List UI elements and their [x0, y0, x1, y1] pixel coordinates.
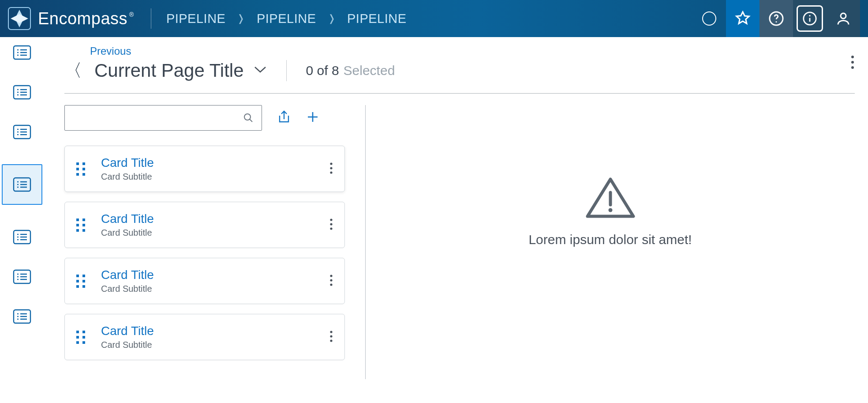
card-overflow-button[interactable] [329, 218, 333, 232]
page-title: Current Page Title [94, 60, 244, 81]
svg-point-73 [330, 279, 332, 281]
svg-point-66 [330, 162, 332, 165]
list-icon [13, 124, 31, 139]
help-button[interactable] [760, 0, 793, 37]
svg-point-76 [330, 335, 332, 337]
title-dropdown-button[interactable] [254, 66, 267, 75]
kebab-icon [329, 218, 333, 230]
svg-point-67 [330, 167, 332, 169]
list-item[interactable]: Card Title Card Subtitle [64, 258, 345, 304]
svg-point-69 [330, 218, 332, 221]
status-circle-button[interactable] [692, 0, 726, 37]
drag-handle-icon[interactable] [76, 218, 86, 232]
breadcrumb-item[interactable]: PIPELINE [347, 11, 407, 26]
star-icon [735, 11, 751, 26]
card-overflow-button[interactable] [329, 162, 333, 176]
list-item[interactable]: Card Title Card Subtitle [64, 314, 345, 360]
drag-handle-icon[interactable] [76, 275, 86, 288]
info-icon [802, 11, 817, 26]
user-icon [835, 11, 851, 26]
product-logo: Encompass ® [8, 7, 134, 30]
svg-point-3 [703, 12, 716, 25]
breadcrumb: PIPELINE ❭ PIPELINE ❭ PIPELINE [166, 11, 407, 26]
svg-point-7 [809, 15, 810, 16]
svg-marker-2 [11, 14, 28, 23]
product-name-text: Encompass [38, 9, 127, 28]
card-overflow-button[interactable] [329, 330, 333, 344]
breadcrumb-item[interactable]: PIPELINE [257, 11, 316, 26]
list-icon [13, 269, 31, 284]
search-input[interactable] [73, 112, 243, 124]
search-box[interactable] [64, 105, 262, 131]
user-button[interactable] [827, 0, 860, 37]
rail-item-1[interactable] [13, 45, 31, 60]
left-rail [0, 37, 44, 403]
list-icon [13, 45, 31, 60]
divider [151, 8, 151, 29]
chevron-right-icon: ❭ [328, 13, 336, 24]
kebab-icon [329, 330, 333, 343]
breadcrumb-item[interactable]: PIPELINE [166, 11, 226, 26]
card-title: Card Title [101, 156, 154, 170]
selection-count: 0 of 8Selected [306, 63, 395, 78]
svg-point-9 [841, 13, 846, 19]
chevron-down-icon [254, 66, 267, 74]
svg-point-71 [330, 227, 332, 230]
count-value: 0 of 8 [306, 63, 339, 78]
rail-item-5[interactable] [13, 230, 31, 245]
info-button[interactable] [793, 0, 827, 37]
page-overflow-button[interactable] [850, 55, 855, 72]
kebab-icon [850, 55, 855, 70]
export-icon [277, 109, 291, 124]
rail-item-4-active[interactable] [2, 164, 42, 205]
rail-item-2[interactable] [13, 85, 31, 100]
card-overflow-button[interactable] [329, 274, 333, 288]
logo-mark-icon [8, 7, 31, 30]
drag-handle-icon[interactable] [76, 162, 86, 176]
svg-point-60 [851, 61, 854, 64]
back-chevron-icon[interactable]: 〈 [64, 58, 82, 83]
svg-point-61 [851, 66, 854, 69]
list-icon [13, 177, 31, 192]
topbar-actions [692, 0, 860, 37]
card-title: Card Title [101, 268, 154, 282]
svg-point-59 [851, 56, 854, 58]
rail-item-7[interactable] [13, 309, 31, 324]
divider [64, 93, 855, 94]
svg-point-70 [330, 223, 332, 225]
warning-icon [584, 176, 637, 220]
search-icon [243, 113, 254, 123]
card-title: Card Title [101, 212, 154, 226]
add-button[interactable] [306, 110, 319, 125]
svg-point-77 [330, 339, 332, 342]
list-item[interactable]: Card Title Card Subtitle [64, 202, 345, 248]
svg-point-5 [776, 21, 777, 23]
empty-state-message: Lorem ipsum dolor sit amet! [528, 232, 692, 247]
svg-line-63 [250, 119, 252, 122]
title-row: 〈 Current Page Title 0 of 8Selected [64, 58, 855, 83]
list-item[interactable]: Card Title Card Subtitle [64, 146, 345, 192]
card-subtitle: Card Subtitle [101, 284, 154, 294]
list-icon [13, 230, 31, 245]
rail-item-3[interactable] [13, 124, 31, 139]
list-toolbar [64, 105, 345, 131]
list-icon [13, 309, 31, 324]
svg-point-68 [330, 171, 332, 173]
previous-link[interactable]: Previous [90, 45, 855, 57]
count-label: Selected [344, 63, 395, 78]
svg-point-75 [330, 331, 332, 333]
list-icon [13, 85, 31, 100]
svg-point-72 [330, 275, 332, 277]
card-subtitle: Card Subtitle [101, 172, 154, 182]
card-title: Card Title [101, 324, 154, 338]
rail-item-6[interactable] [13, 269, 31, 284]
kebab-icon [329, 162, 333, 174]
drag-handle-icon[interactable] [76, 331, 86, 344]
svg-point-62 [244, 114, 251, 120]
favorite-button[interactable] [726, 0, 760, 37]
help-icon [768, 11, 784, 26]
kebab-icon [329, 274, 333, 286]
plus-icon [306, 110, 319, 124]
main-content: Previous 〈 Current Page Title 0 of 8Sele… [44, 37, 868, 403]
export-button[interactable] [277, 109, 291, 126]
